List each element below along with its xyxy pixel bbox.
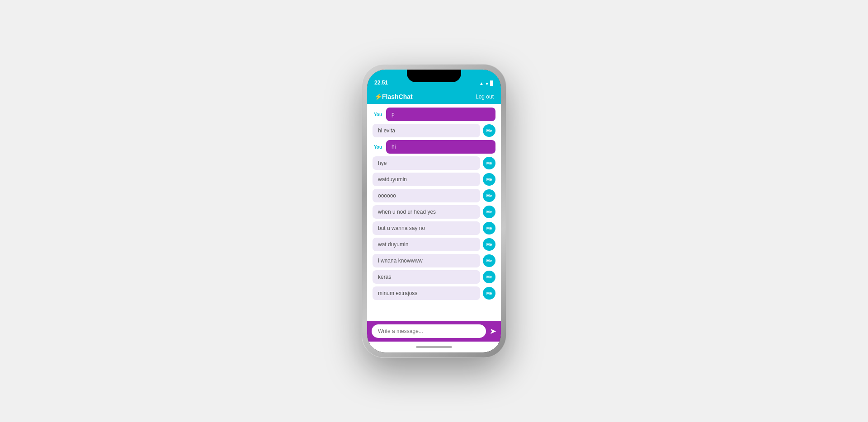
message-row: hyeMe xyxy=(373,156,495,170)
message-bubble-received: i wnana knowwww xyxy=(373,254,480,267)
message-bubble-received: when u nod ur head yes xyxy=(373,205,480,219)
message-bubble-received: hi evita xyxy=(373,124,480,137)
bottom-bar xyxy=(367,342,501,352)
phone-inner: 22.51 ▲ ● ▊ ⚡FlashChat Log out Youphi ev… xyxy=(367,70,501,352)
message-row: Youp xyxy=(373,108,495,121)
avatar: Me xyxy=(483,206,495,218)
status-bar-area: 22.51 ▲ ● ▊ xyxy=(367,70,501,89)
message-row: kerasMe xyxy=(373,270,495,284)
send-button[interactable]: ➤ xyxy=(490,326,496,336)
status-time: 22.51 xyxy=(374,80,388,86)
phone-screen: 22.51 ▲ ● ▊ ⚡FlashChat Log out Youphi ev… xyxy=(367,70,501,352)
phone-device: 22.51 ▲ ● ▊ ⚡FlashChat Log out Youphi ev… xyxy=(362,64,506,358)
message-row: Youhi xyxy=(373,140,495,154)
sender-label: You xyxy=(373,145,383,150)
chat-area: Youphi evitaMeYouhihyeMewatduyuminMeoooo… xyxy=(367,104,501,321)
app-title: ⚡FlashChat xyxy=(374,93,413,100)
send-icon: ➤ xyxy=(490,326,496,336)
message-row: watduyuminMe xyxy=(373,173,495,186)
status-icons: ▲ ● ▊ xyxy=(479,81,494,86)
message-bubble-received: watduyumin xyxy=(373,173,480,186)
message-row: when u nod ur head yesMe xyxy=(373,205,495,219)
message-bubble-received: oooooo xyxy=(373,189,480,202)
home-indicator xyxy=(416,346,452,348)
message-row: i wnana knowwwwMe xyxy=(373,254,495,267)
message-input[interactable] xyxy=(372,324,486,338)
avatar: Me xyxy=(483,173,495,186)
app-header: ⚡FlashChat Log out xyxy=(367,89,501,104)
battery-icon: ▊ xyxy=(490,81,494,86)
avatar: Me xyxy=(483,287,495,300)
wifi-icon: ▲ xyxy=(479,81,484,86)
message-bubble-received: wat duyumin xyxy=(373,238,480,251)
message-row: wat duyuminMe xyxy=(373,238,495,251)
avatar: Me xyxy=(483,124,495,137)
notch xyxy=(407,70,461,82)
signal-icon: ● xyxy=(486,81,488,86)
sender-label: You xyxy=(373,112,383,117)
avatar: Me xyxy=(483,271,495,283)
message-bubble-received: but u wanna say no xyxy=(373,221,480,235)
avatar: Me xyxy=(483,254,495,267)
message-row: minum extrajossMe xyxy=(373,286,495,300)
message-bubble-sent: p xyxy=(386,108,495,121)
avatar: Me xyxy=(483,157,495,169)
avatar: Me xyxy=(483,222,495,234)
message-row: ooooooMe xyxy=(373,189,495,202)
message-bubble-sent: hi xyxy=(386,140,495,154)
logout-button[interactable]: Log out xyxy=(476,94,494,100)
message-bubble-received: minum extrajoss xyxy=(373,286,480,300)
message-row: hi evitaMe xyxy=(373,124,495,137)
avatar: Me xyxy=(483,189,495,202)
message-bubble-received: keras xyxy=(373,270,480,284)
message-row: but u wanna say noMe xyxy=(373,221,495,235)
input-area: ➤ xyxy=(367,321,501,342)
avatar: Me xyxy=(483,238,495,251)
message-bubble-received: hye xyxy=(373,156,480,170)
